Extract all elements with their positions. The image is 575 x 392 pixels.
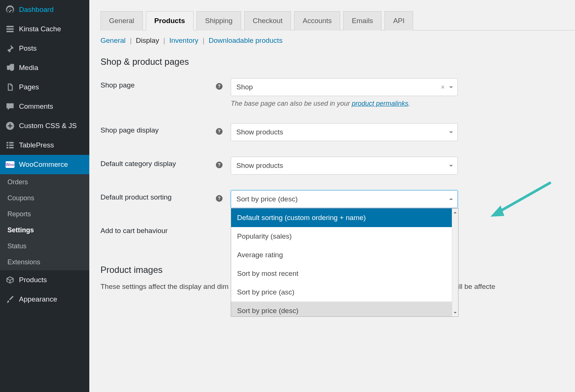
submenu-item-extensions[interactable]: Extensions [0, 254, 89, 270]
sidebar-item-label: Appearance [19, 295, 57, 303]
label-shop-page-display: Shop page display [100, 123, 216, 134]
row-shop-page: Shop page ? Shop × The base page can als… [100, 78, 575, 108]
list-icon [6, 141, 15, 150]
sidebar-item-dashboard[interactable]: Dashboard [0, 0, 89, 19]
submenu-item-coupons[interactable]: Coupons [0, 190, 89, 206]
shop-page-display-select[interactable]: Show products [231, 123, 458, 141]
tab-checkout[interactable]: Checkout [244, 11, 291, 31]
sidebar-item-appearance[interactable]: Appearance [0, 290, 89, 309]
sidebar-item-label: Media [19, 64, 38, 72]
tab-products[interactable]: Products [146, 11, 194, 31]
help-icon[interactable]: ? [216, 162, 223, 168]
sidebar-item-pages[interactable]: Pages [0, 77, 89, 97]
default-category-display-value: Show products [236, 162, 283, 170]
dropdown-scrollbar[interactable] [452, 208, 458, 316]
tab-general[interactable]: General [100, 11, 143, 31]
tab-shipping[interactable]: Shipping [197, 11, 241, 31]
row-shop-page-display: Shop page display ? Show products [100, 123, 575, 141]
comment-icon [6, 102, 15, 111]
row-default-product-sorting: Default product sorting ? Sort by price … [100, 190, 575, 208]
sidebar-item-kinsta-cache[interactable]: Kinsta Cache [0, 19, 89, 39]
media-icon [6, 63, 15, 72]
help-icon[interactable]: ? [216, 128, 223, 135]
scroll-up-icon[interactable] [452, 208, 458, 215]
subtab-downloadable[interactable]: Downloadable products [209, 36, 283, 44]
shop-page-display-value: Show products [236, 128, 283, 136]
submenu-item-orders[interactable]: Orders [0, 174, 89, 190]
subtab-general[interactable]: General [100, 36, 126, 44]
subtab-inventory[interactable]: Inventory [169, 36, 198, 44]
sidebar-item-label: Posts [19, 44, 37, 52]
sort-option-recent[interactable]: Sort by most recent [231, 264, 452, 283]
sidebar-item-label: WooCommerce [19, 160, 68, 169]
label-shop-page: Shop page [100, 78, 216, 89]
label-default-product-sorting: Default product sorting [100, 190, 216, 201]
submenu-item-status[interactable]: Status [0, 238, 89, 254]
sort-option-price-asc[interactable]: Sort by price (asc) [231, 283, 452, 302]
chevron-down-icon [449, 165, 453, 169]
sidebar-item-label: Custom CSS & JS [19, 122, 77, 130]
sidebar-item-label: Pages [19, 83, 39, 91]
sidebar-item-products[interactable]: Products [0, 270, 89, 290]
section-title-shop-pages: Shop & product pages [100, 57, 575, 67]
products-subtabs: General | Display | Inventory | Download… [100, 31, 575, 48]
shop-page-value: Shop [236, 83, 253, 91]
chevron-down-icon [449, 86, 453, 90]
sidebar-item-label: Kinsta Cache [19, 25, 61, 33]
default-product-sorting-value: Sort by price (desc) [236, 195, 298, 203]
woocommerce-submenu: Orders Coupons Reports Settings Status E… [0, 174, 89, 270]
sidebar-item-custom-css-js[interactable]: Custom CSS & JS [0, 116, 89, 136]
chevron-down-icon [449, 131, 453, 135]
sort-option-default[interactable]: Default sorting (custom ordering + name) [231, 208, 452, 227]
tab-api[interactable]: API [384, 11, 413, 31]
box-icon [6, 275, 15, 284]
label-add-to-cart: Add to cart behaviour [100, 224, 216, 235]
kinsta-icon [6, 25, 15, 34]
scroll-down-icon[interactable] [452, 310, 458, 316]
subtab-display[interactable]: Display [136, 36, 159, 44]
sort-option-price-desc[interactable]: Sort by price (desc) [231, 302, 452, 316]
submenu-item-reports[interactable]: Reports [0, 206, 89, 222]
shop-page-select[interactable]: Shop × [231, 78, 458, 96]
permalinks-link[interactable]: product permalinks [352, 100, 408, 107]
sidebar-item-posts[interactable]: Posts [0, 39, 89, 58]
shop-page-hint: The base page can also be used in your p… [231, 100, 458, 108]
chevron-up-icon [449, 196, 453, 200]
clear-icon[interactable]: × [441, 83, 445, 91]
sidebar-item-label: TablePress [19, 141, 54, 149]
tab-emails[interactable]: Emails [343, 11, 381, 31]
woo-icon: Woo [6, 160, 15, 169]
settings-tabs: General Products Shipping Checkout Accou… [100, 11, 575, 31]
plus-circle-icon [6, 121, 15, 130]
default-category-display-select[interactable]: Show products [231, 157, 458, 175]
admin-sidebar: Dashboard Kinsta Cache Posts Media Pages… [0, 0, 89, 392]
sort-option-rating[interactable]: Average rating [231, 246, 452, 264]
row-default-category-display: Default category display ? Show products [100, 157, 575, 175]
sidebar-item-woocommerce[interactable]: Woo WooCommerce [0, 155, 89, 174]
sorting-dropdown: Default sorting (custom ordering + name)… [231, 208, 459, 317]
tab-accounts[interactable]: Accounts [294, 11, 340, 31]
sidebar-item-label: Comments [19, 102, 53, 111]
sidebar-item-media[interactable]: Media [0, 58, 89, 77]
pages-icon [6, 83, 15, 92]
brush-icon [6, 295, 15, 304]
help-icon[interactable]: ? [216, 83, 223, 90]
help-icon[interactable]: ? [216, 195, 223, 202]
sort-option-popularity[interactable]: Popularity (sales) [231, 227, 452, 246]
sidebar-item-label: Products [19, 276, 47, 284]
default-product-sorting-select[interactable]: Sort by price (desc) [231, 190, 458, 208]
label-default-category-display: Default category display [100, 157, 216, 168]
sidebar-item-comments[interactable]: Comments [0, 97, 89, 116]
sidebar-item-label: Dashboard [19, 6, 54, 14]
gauge-icon [6, 5, 15, 14]
submenu-item-settings[interactable]: Settings [0, 222, 89, 238]
sidebar-item-tablepress[interactable]: TablePress [0, 136, 89, 155]
main-content: General Products Shipping Checkout Accou… [89, 0, 575, 392]
pin-icon [6, 44, 15, 53]
